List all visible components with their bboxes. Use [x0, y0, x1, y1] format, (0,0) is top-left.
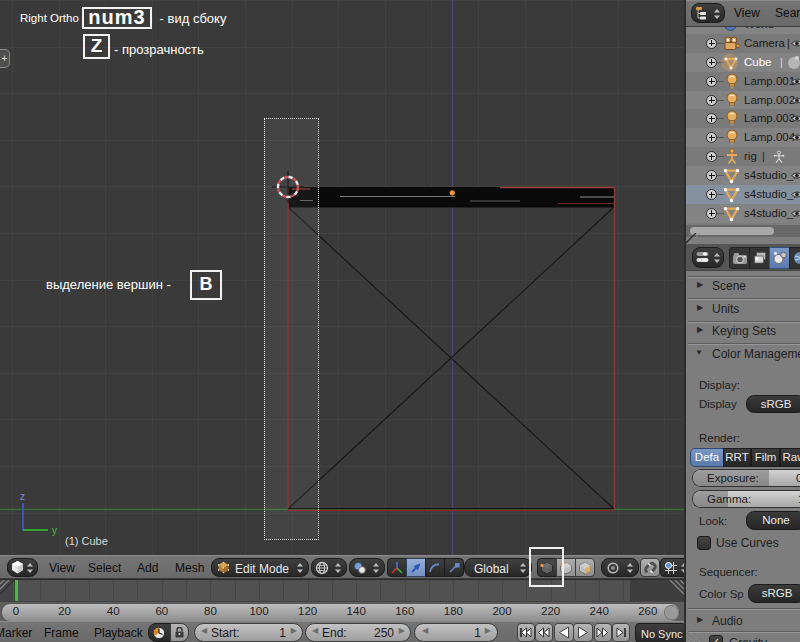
svg-text:y: y — [52, 525, 57, 536]
svg-text:z: z — [20, 491, 25, 502]
